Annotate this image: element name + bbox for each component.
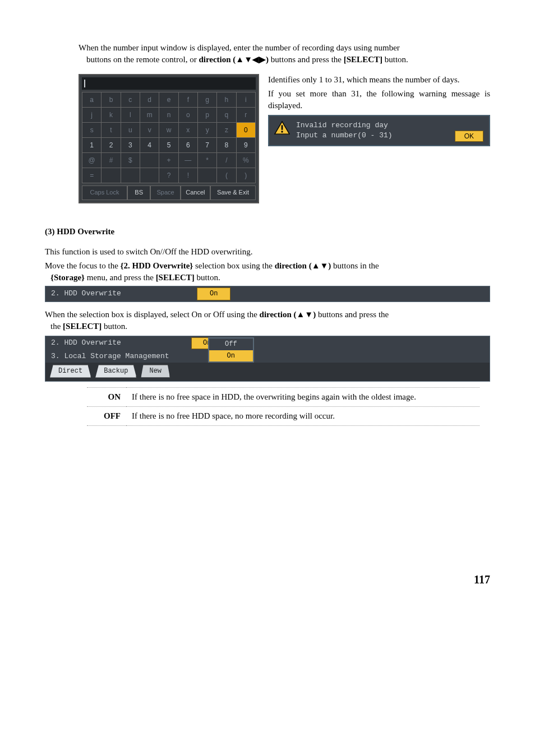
key-5[interactable]: 5 <box>159 138 178 153</box>
key-question[interactable]: ? <box>159 168 178 183</box>
warning-text-line1: Invalid recording day <box>296 120 393 131</box>
key-percent[interactable]: % <box>236 153 255 168</box>
key-blank[interactable] <box>102 168 121 183</box>
key-y[interactable]: y <box>197 123 216 138</box>
tab-backup[interactable]: Backup <box>95 365 136 378</box>
text: button. <box>197 273 220 282</box>
warning-icon <box>274 120 290 135</box>
key-h[interactable]: h <box>217 92 236 108</box>
key-n[interactable]: n <box>159 108 178 123</box>
svg-rect-1 <box>282 125 283 129</box>
tab-direct[interactable]: Direct <box>50 365 91 378</box>
menu-label: 3. Local Storage Management <box>51 351 191 361</box>
key-exclaim[interactable]: ! <box>178 168 197 183</box>
key-blank[interactable] <box>140 168 159 183</box>
text: button. <box>385 55 408 64</box>
key-0[interactable]: 0 <box>236 123 255 138</box>
text-bold: [SELECT] <box>156 273 195 282</box>
key-v[interactable]: v <box>140 123 159 138</box>
text: Move the focus to the <box>45 261 121 270</box>
key-9[interactable]: 9 <box>236 138 255 153</box>
keyboard-input-field[interactable] <box>82 77 256 90</box>
key-dollar[interactable]: $ <box>121 153 140 168</box>
key-s[interactable]: s <box>82 123 102 138</box>
text: selection box using the <box>195 261 275 270</box>
key-e[interactable]: e <box>159 92 178 108</box>
key-f[interactable]: f <box>178 92 197 108</box>
key-3[interactable]: 3 <box>121 138 140 153</box>
text: buttons and press the <box>271 55 344 64</box>
key-at[interactable]: @ <box>82 153 102 168</box>
key-1[interactable]: 1 <box>82 138 102 153</box>
key-blank[interactable] <box>121 168 140 183</box>
key-blank[interactable] <box>197 168 216 183</box>
key-b[interactable]: b <box>102 92 121 108</box>
def-val-on: If there is no free space in HDD, the ov… <box>126 387 479 406</box>
key-k[interactable]: k <box>102 108 121 123</box>
key-a[interactable]: a <box>82 92 102 108</box>
key-m[interactable]: m <box>140 108 159 123</box>
text-bold: {Storage} <box>50 273 85 282</box>
key-cancel[interactable]: Cancel <box>181 185 210 200</box>
text-bold: direction (▲▼) <box>275 261 331 270</box>
text: Identifies only 1 to 31, which means the… <box>268 74 490 86</box>
key-save-exit[interactable]: Save & Exit <box>210 185 256 200</box>
key-equal[interactable]: = <box>82 168 102 183</box>
text-bold: direction (▲▼) <box>260 310 316 319</box>
key-backspace[interactable]: BS <box>127 185 150 200</box>
key-minus[interactable]: — <box>178 153 197 168</box>
key-p[interactable]: p <box>197 108 216 123</box>
text: buttons on the remote control, or <box>86 55 199 64</box>
tab-new[interactable]: New <box>141 365 170 378</box>
key-lparen[interactable]: ( <box>217 168 236 183</box>
key-g[interactable]: g <box>197 92 216 108</box>
key-capslock[interactable]: Caps Lock <box>82 185 127 200</box>
dropdown-option-on[interactable]: On <box>209 350 253 362</box>
key-t[interactable]: t <box>102 123 121 138</box>
onscreen-keyboard: a b c d e f g h i j k l m n o p q r <box>79 74 259 203</box>
key-d[interactable]: d <box>140 92 159 108</box>
key-8[interactable]: 8 <box>217 138 236 153</box>
text: If you set more than 31, the following w… <box>268 88 490 112</box>
dropdown-option-off[interactable]: Off <box>209 338 253 350</box>
menu-value-selected[interactable]: On <box>197 287 230 300</box>
key-z[interactable]: z <box>217 123 236 138</box>
key-rparen[interactable]: ) <box>236 168 255 183</box>
key-q[interactable]: q <box>217 108 236 123</box>
key-slash[interactable]: / <box>217 153 236 168</box>
key-l[interactable]: l <box>121 108 140 123</box>
svg-point-2 <box>281 131 283 132</box>
key-r[interactable]: r <box>236 108 255 123</box>
key-o[interactable]: o <box>178 108 197 123</box>
key-2[interactable]: 2 <box>102 138 121 153</box>
warning-text-line2: Input a number(0 - 31) <box>296 131 393 141</box>
text-bold: {2. HDD Overwrite} <box>121 261 193 270</box>
page-number: 117 <box>45 572 490 587</box>
key-7[interactable]: 7 <box>197 138 216 153</box>
key-u[interactable]: u <box>121 123 140 138</box>
section-title: HDD Overwrite <box>57 227 114 236</box>
text-bold: [SELECT] <box>344 55 382 64</box>
key-i[interactable]: i <box>236 92 255 108</box>
text: menu, and press the <box>87 273 156 282</box>
text: buttons in the <box>333 261 379 270</box>
key-plus[interactable]: + <box>159 153 178 168</box>
key-4[interactable]: 4 <box>140 138 159 153</box>
key-c[interactable]: c <box>121 92 140 108</box>
menu-row-hdd-overwrite: 2. HDD Overwrite On <box>45 286 490 302</box>
key-blank[interactable] <box>140 153 159 168</box>
key-x[interactable]: x <box>178 123 197 138</box>
text-bold: [SELECT] <box>63 322 102 331</box>
section-heading: (3) HDD Overwrite <box>45 226 490 238</box>
key-space[interactable]: Space <box>150 185 180 200</box>
text: buttons and press the <box>318 310 389 319</box>
key-w[interactable]: w <box>159 123 178 138</box>
def-key-off: OFF <box>87 406 126 425</box>
ok-button[interactable]: OK <box>455 131 483 142</box>
key-6[interactable]: 6 <box>178 138 197 153</box>
dropdown-on-off[interactable]: Off On <box>208 337 254 363</box>
key-hash[interactable]: # <box>102 153 121 168</box>
key-j[interactable]: j <box>82 108 102 123</box>
def-key-on: ON <box>87 387 126 406</box>
key-star[interactable]: * <box>197 153 216 168</box>
